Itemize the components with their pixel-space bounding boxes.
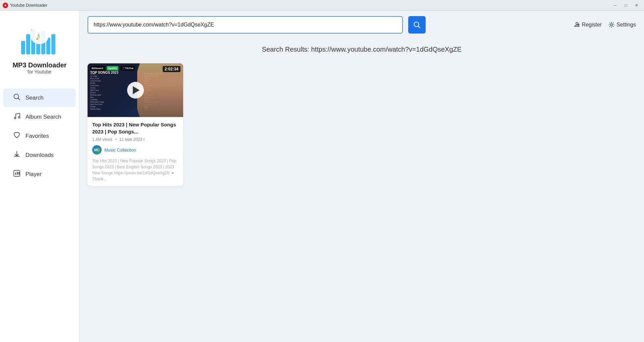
video-info: Top Hits 2023 | New Popular Songs 2023 |…	[88, 117, 183, 186]
title-bar: Youtube Downloader ─ □ ✕	[0, 0, 644, 11]
channel-name[interactable]: Music Collection	[104, 148, 136, 153]
svg-rect-8	[51, 34, 55, 54]
search-button[interactable]	[408, 16, 426, 34]
track-item: As It Was	[90, 75, 133, 77]
track-item: Unholy	[90, 87, 133, 89]
sidebar-item-label-player: Player	[25, 171, 42, 178]
sidebar-item-search[interactable]: Search	[3, 89, 76, 107]
sidebar-item-favorites[interactable]: Favorites	[3, 127, 76, 145]
music-icon	[13, 112, 21, 121]
minimize-button[interactable]: ─	[610, 2, 620, 9]
play-button[interactable]	[127, 82, 144, 99]
video-meta: 1.4M views • 11 мая 2023 г.	[92, 137, 178, 142]
svg-line-12	[18, 98, 20, 100]
register-icon	[574, 22, 580, 28]
track-item: Save Your Tears	[90, 103, 133, 105]
sidebar-item-label-album: Album Search	[25, 114, 61, 120]
title-bar-controls: ─ □ ✕	[610, 2, 641, 9]
app-subtitle: for Youtube	[28, 69, 52, 74]
app-container: ♪ MP3 Downloader for Youtube	[0, 11, 644, 342]
main-content: Register Settings Search Results: https:…	[79, 11, 644, 342]
nav-menu: Search Album Search	[0, 84, 79, 187]
title-bar-left: Youtube Downloader	[3, 3, 47, 8]
video-views: 1.4M views	[92, 137, 112, 142]
sidebar-item-downloads[interactable]: Downloads	[3, 146, 76, 164]
billboard-logo: Billboard	[90, 66, 105, 70]
thumbnail-bg: Flowers As It Was Boy's A Liar Cruel Sum…	[88, 63, 183, 117]
sidebar-item-player[interactable]: Player	[3, 165, 76, 183]
svg-rect-17	[17, 172, 18, 175]
app-icon	[3, 3, 8, 8]
sidebar-item-label-favorites: Favorites	[25, 133, 49, 139]
search-button-icon	[413, 21, 421, 28]
top-bar-logos: Billboard Spotify 🎵TikTok	[90, 66, 135, 70]
sidebar-item-album-search[interactable]: Album Search	[3, 108, 76, 126]
play-triangle	[133, 86, 140, 94]
toolbar: Register Settings	[79, 11, 644, 39]
settings-icon	[608, 22, 614, 28]
tiktok-logo: 🎵TikTok	[120, 66, 135, 70]
track-item: Stay	[90, 96, 133, 98]
toolbar-right: Register Settings	[574, 22, 636, 28]
results-grid: Flowers As It Was Boy's A Liar Cruel Sum…	[88, 63, 636, 186]
duration-badge: 2:02:34	[163, 66, 180, 72]
svg-point-13	[14, 117, 16, 119]
track-item: Shivers	[90, 92, 133, 94]
spotify-logo: Spotify	[107, 66, 118, 70]
meta-dot: •	[115, 137, 116, 142]
svg-text:♪: ♪	[35, 30, 41, 42]
download-icon	[13, 151, 21, 160]
svg-rect-2	[21, 41, 25, 54]
search-input-container	[88, 16, 403, 34]
heart-icon	[13, 131, 21, 140]
settings-button[interactable]: Settings	[608, 22, 636, 28]
sidebar-item-label-downloads: Downloads	[25, 152, 54, 159]
svg-rect-3	[26, 34, 30, 54]
svg-point-14	[18, 117, 20, 118]
track-item: People	[90, 106, 133, 108]
sidebar: ♪ MP3 Downloader for Youtube	[0, 11, 79, 342]
track-item: Industry Baby	[90, 108, 133, 110]
top-songs-title: TOP SONGS 2023	[90, 71, 118, 74]
app-name: MP3 Downloader	[12, 61, 66, 69]
content-area: Search Results: https://www.youtube.com/…	[79, 39, 644, 342]
logo-container: ♪ MP3 Downloader for Youtube	[12, 17, 66, 74]
maximize-button[interactable]: □	[621, 2, 631, 9]
track-item: Watermelon Sugar	[90, 101, 133, 103]
channel-row: MC Music Collection	[92, 145, 178, 155]
track-item: Kill Bill	[90, 82, 133, 84]
svg-rect-16	[15, 173, 16, 175]
svg-point-21	[610, 24, 612, 26]
svg-rect-18	[18, 172, 19, 175]
search-results-header: Search Results: https://www.youtube.com/…	[88, 42, 636, 57]
track-item: Boy's A Liar	[90, 77, 133, 79]
url-search-input[interactable]	[88, 16, 403, 34]
close-button[interactable]: ✕	[632, 2, 641, 9]
sidebar-item-label-search: Search	[25, 95, 44, 101]
video-date: 11 мая 2023 г.	[119, 137, 146, 142]
channel-avatar: MC	[92, 145, 102, 155]
svg-line-20	[418, 26, 420, 28]
video-thumbnail: Flowers As It Was Boy's A Liar Cruel Sum…	[88, 63, 183, 117]
track-list-overlay: Flowers As It Was Boy's A Liar Cruel Sum…	[90, 73, 133, 114]
track-item: Blinding Lights	[90, 94, 133, 96]
register-label: Register	[582, 22, 602, 28]
app-logo: ♪	[19, 17, 60, 58]
video-title: Top Hits 2023 | New Popular Songs 2023 |…	[92, 121, 178, 135]
title-bar-title: Youtube Downloader	[10, 3, 47, 8]
track-item: Calm Down	[90, 84, 133, 87]
player-icon	[13, 170, 21, 179]
video-card[interactable]: Flowers As It Was Boy's A Liar Cruel Sum…	[88, 63, 183, 186]
video-description: Top Hits 2023 | New Popular Songs 2023 |…	[92, 158, 178, 182]
settings-label: Settings	[616, 22, 636, 28]
track-item: Levitating	[90, 99, 133, 101]
track-item: Cruel Summer	[90, 80, 133, 82]
register-button[interactable]: Register	[574, 22, 602, 28]
search-icon	[13, 93, 21, 102]
